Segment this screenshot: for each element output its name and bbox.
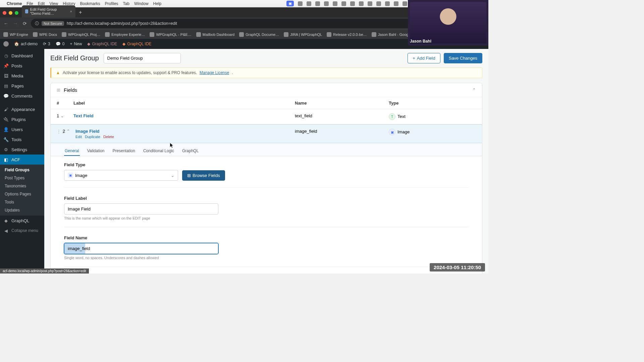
- tab-graphql[interactable]: GraphQL: [181, 146, 199, 156]
- webcam-overlay: Jason Bahl: [408, 0, 488, 46]
- status-icon[interactable]: [333, 1, 337, 6]
- edit-action[interactable]: Edit: [75, 135, 82, 139]
- bookmark-item[interactable]: WPGraphQL Proj…: [62, 32, 100, 37]
- bookmark-item[interactable]: Mailbob Dashboard: [196, 32, 234, 37]
- field-type-select[interactable]: ▣ Image ⌄: [64, 170, 178, 181]
- bookmark-item[interactable]: WP Engine: [3, 32, 28, 37]
- graphql-ide-link[interactable]: ◆ GraphQL IDE: [122, 42, 151, 46]
- submenu-taxonomies[interactable]: Taxonomies: [0, 182, 44, 190]
- submenu-updates[interactable]: Updates: [0, 206, 44, 214]
- submenu-options-pages[interactable]: Options Pages: [0, 190, 44, 198]
- status-icon[interactable]: [324, 1, 329, 6]
- comments-link[interactable]: 💬 0: [56, 42, 65, 46]
- chevron-up-icon[interactable]: ⌃: [66, 129, 70, 134]
- status-icon[interactable]: [376, 1, 381, 6]
- sidebar-item-pages[interactable]: ▤Pages: [0, 81, 44, 91]
- status-icon[interactable]: [394, 1, 398, 6]
- site-info-icon[interactable]: ⓘ: [35, 21, 39, 26]
- graphiql-ide-link[interactable]: ◆ GraphiQL IDE: [87, 42, 117, 46]
- submenu-field-groups[interactable]: Field Groups: [0, 166, 44, 174]
- sidebar-item-appearance[interactable]: 🖌Appearance: [0, 104, 44, 114]
- bookmark-item[interactable]: WPE Docs: [33, 32, 57, 37]
- tab-validation[interactable]: Validation: [87, 146, 105, 156]
- window-zoom-button[interactable]: [15, 11, 18, 15]
- bookmark-item[interactable]: Release v2.0.0-be…: [327, 32, 367, 37]
- status-icon[interactable]: [315, 1, 320, 6]
- add-field-button[interactable]: +Add Field: [408, 53, 440, 63]
- chevron-down-icon[interactable]: ⌄: [60, 113, 64, 118]
- screenshare-indicator[interactable]: ▣: [286, 1, 294, 6]
- drag-handle-icon[interactable]: ⋮⋮: [57, 129, 61, 134]
- field-row-expanded[interactable]: ⋮⋮ 2 ⌃ Image Field Edit Duplicate Delete…: [51, 124, 482, 143]
- sidebar-item-plugins[interactable]: 🔌Plugins: [0, 114, 44, 124]
- status-icon[interactable]: [368, 1, 372, 6]
- status-icon[interactable]: [359, 1, 364, 6]
- menu-bookmarks[interactable]: Bookmarks: [80, 1, 100, 6]
- not-secure-badge[interactable]: Not Secure: [42, 21, 64, 26]
- field-name-input[interactable]: [64, 243, 218, 254]
- site-name-link[interactable]: 🏠 acf-demo: [14, 42, 38, 46]
- panel-header[interactable]: ⊞ Fields ⌃: [51, 83, 482, 97]
- window-minimize-button[interactable]: [9, 11, 12, 15]
- field-group-title-input[interactable]: [104, 53, 181, 63]
- wordpress-logo-icon[interactable]: [3, 41, 9, 47]
- media-icon: 🖼: [3, 73, 9, 78]
- field-label-link[interactable]: Text Field: [73, 113, 94, 118]
- submenu-tools[interactable]: Tools: [0, 198, 44, 206]
- updates-link[interactable]: ⟳ 3: [43, 42, 50, 46]
- sidebar-item-dashboard[interactable]: ◷Dashboard: [0, 51, 44, 61]
- bookmark-item[interactable]: Jason Bahl - Goog…: [372, 32, 412, 37]
- menu-window[interactable]: Window: [134, 1, 149, 6]
- plug-icon: 🔌: [3, 117, 9, 122]
- browser-tab[interactable]: Edit Field Group "Demo Field… ×: [22, 5, 75, 17]
- new-content-link[interactable]: + New: [70, 42, 82, 46]
- menu-profiles[interactable]: Profiles: [105, 1, 118, 6]
- settings-icon: ⚙: [3, 147, 9, 152]
- sidebar-item-users[interactable]: 👤Users: [0, 124, 44, 134]
- browse-fields-button[interactable]: ⊞Browse Fields: [182, 170, 225, 181]
- sidebar-item-comments[interactable]: 💬Comments: [0, 91, 44, 101]
- sidebar-item-acf[interactable]: ◧ACF: [0, 155, 44, 165]
- tab-close-icon[interactable]: ×: [70, 9, 72, 13]
- status-icon[interactable]: [385, 1, 390, 6]
- field-row[interactable]: 1 ⌄ Text Field text_field TText: [51, 109, 482, 124]
- submenu-post-types[interactable]: Post Types: [0, 174, 44, 182]
- menu-tab[interactable]: Tab: [123, 1, 129, 6]
- bookmark-item[interactable]: Employee Experie…: [105, 32, 145, 37]
- new-tab-button[interactable]: +: [79, 9, 82, 15]
- field-label-input[interactable]: [64, 203, 218, 215]
- collapse-menu-button[interactable]: ◀Collapse menu: [0, 226, 44, 236]
- window-close-button[interactable]: [3, 11, 6, 15]
- chevron-up-icon[interactable]: ⌃: [472, 87, 476, 93]
- status-icon[interactable]: [307, 1, 311, 6]
- status-icon[interactable]: [298, 1, 303, 6]
- menu-help[interactable]: Help: [153, 1, 162, 6]
- duplicate-action[interactable]: Duplicate: [85, 135, 100, 139]
- license-notice: ▲ Activate your license to enable access…: [50, 67, 482, 78]
- bookmark-item[interactable]: JIRA | WPGraphQL: [284, 32, 322, 37]
- status-icon[interactable]: [402, 1, 407, 6]
- delete-action[interactable]: Delete: [103, 135, 114, 139]
- field-label-link[interactable]: Image Field: [75, 129, 100, 134]
- back-button[interactable]: ←: [3, 21, 9, 26]
- sidebar-item-graphql[interactable]: ◆GraphQL: [0, 216, 44, 226]
- tab-presentation[interactable]: Presentation: [112, 146, 136, 156]
- status-icon[interactable]: [341, 1, 346, 6]
- sidebar-item-posts[interactable]: 📌Posts: [0, 61, 44, 71]
- status-icon[interactable]: [350, 1, 355, 6]
- tab-conditional-logic[interactable]: Conditional Logic: [143, 146, 175, 156]
- manage-license-link[interactable]: Manage License: [200, 70, 229, 75]
- image-type-icon: ▣: [389, 129, 395, 135]
- bookmark-item[interactable]: WPGraphQL - P&E…: [150, 32, 191, 37]
- active-app[interactable]: Chrome: [7, 1, 22, 6]
- reload-button[interactable]: ⟳: [21, 21, 28, 26]
- sidebar-item-media[interactable]: 🖼Media: [0, 71, 44, 81]
- col-type: Type: [389, 101, 476, 106]
- sidebar-item-tools[interactable]: 🔧Tools: [0, 134, 44, 144]
- tab-general[interactable]: General: [64, 146, 80, 156]
- bookmark-item[interactable]: GraphQL Docume…: [239, 32, 279, 37]
- forward-button[interactable]: →: [12, 21, 19, 26]
- sidebar-item-settings[interactable]: ⚙Settings: [0, 144, 44, 155]
- col-label: Label: [73, 101, 295, 106]
- save-changes-button[interactable]: Save Changes: [444, 53, 482, 63]
